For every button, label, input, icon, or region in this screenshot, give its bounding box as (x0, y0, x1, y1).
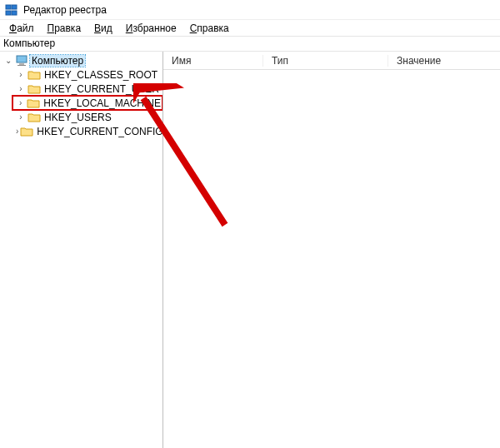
menu-edit-rest: равка (54, 22, 81, 34)
column-header-value[interactable]: Значение (388, 55, 500, 67)
folder-icon (28, 83, 41, 95)
expand-icon[interactable]: › (16, 127, 18, 136)
list-header: Имя Тип Значение (163, 52, 500, 70)
tree-pane[interactable]: ⌄ Компьютер ›HKEY_CLASSES_ROOT›HKEY_CURR… (0, 52, 163, 448)
tree-node[interactable]: ›HKEY_LOCAL_MACHINE (12, 96, 162, 110)
column-header-type[interactable]: Тип (263, 55, 388, 67)
folder-icon (28, 112, 41, 123)
expand-collapse-icon[interactable]: ⌄ (3, 56, 13, 65)
menu-fav-rest: збранное (132, 22, 176, 34)
svg-rect-1 (12, 5, 17, 9)
menu-edit[interactable]: Правка (42, 22, 88, 35)
svg-rect-5 (19, 63, 24, 65)
svg-rect-3 (12, 11, 17, 15)
svg-rect-0 (6, 5, 11, 9)
address-bar[interactable]: Компьютер (0, 37, 500, 52)
window-title: Редактор реестра (23, 4, 107, 16)
tree-node-label: HKEY_CURRENT_USER (42, 83, 161, 95)
tree-node[interactable]: ›HKEY_CURRENT_CONFIG (12, 124, 162, 138)
menu-file-rest: айл (17, 22, 33, 34)
regedit-icon (5, 3, 18, 17)
tree-node[interactable]: ›HKEY_CURRENT_USER (12, 82, 162, 96)
menu-file[interactable]: Файл (3, 22, 40, 35)
tree-node-label: HKEY_CLASSES_ROOT (42, 69, 159, 81)
column-header-name[interactable]: Имя (163, 55, 263, 67)
tree-root-computer[interactable]: ⌄ Компьютер (0, 53, 162, 67)
svg-rect-6 (18, 65, 26, 66)
expand-icon[interactable]: › (16, 84, 26, 93)
tree-node[interactable]: ›HKEY_USERS (12, 110, 162, 124)
menu-help-rest: правка (197, 22, 228, 34)
folder-icon (27, 97, 40, 109)
svg-rect-2 (6, 11, 11, 15)
tree-node-label: HKEY_CURRENT_CONFIG (35, 126, 163, 137)
titlebar: Редактор реестра (0, 0, 500, 20)
tree-node-label: HKEY_LOCAL_MACHINE (42, 97, 162, 109)
tree-node-label: HKEY_USERS (42, 112, 113, 123)
menu-view[interactable]: Вид (88, 22, 118, 35)
expand-icon[interactable]: › (16, 112, 26, 122)
svg-rect-4 (17, 56, 27, 62)
menu-view-rest: ид (101, 22, 112, 34)
folder-icon (28, 69, 41, 81)
menu-help[interactable]: Справка (184, 22, 235, 35)
content-area: ⌄ Компьютер ›HKEY_CLASSES_ROOT›HKEY_CURR… (0, 52, 500, 448)
list-pane[interactable]: Имя Тип Значение (163, 52, 500, 448)
expand-icon[interactable]: › (16, 98, 25, 107)
tree-node[interactable]: ›HKEY_CLASSES_ROOT (12, 67, 162, 82)
menubar: Файл Правка Вид Избранное Справка (0, 20, 500, 37)
folder-icon (20, 126, 33, 137)
expand-icon[interactable]: › (16, 70, 26, 79)
tree-node-label: Компьютер (30, 55, 85, 67)
computer-icon (15, 55, 28, 67)
menu-favorites[interactable]: Избранное (120, 22, 182, 35)
